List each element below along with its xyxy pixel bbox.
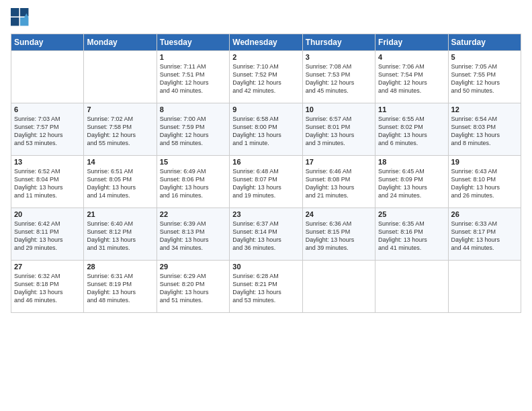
calendar-cell: [448, 261, 521, 313]
logo: [11, 8, 32, 27]
cell-info: Sunrise: 6:33 AM Sunset: 8:17 PM Dayligh…: [451, 220, 518, 253]
day-number: 28: [87, 263, 153, 271]
day-number: 1: [160, 53, 226, 61]
calendar-cell: 22Sunrise: 6:39 AM Sunset: 8:13 PM Dayli…: [157, 208, 229, 261]
cell-info: Sunrise: 6:46 AM Sunset: 8:08 PM Dayligh…: [306, 167, 372, 200]
calendar-cell: 3Sunrise: 7:08 AM Sunset: 7:53 PM Daylig…: [302, 51, 375, 103]
day-header-saturday: Saturday: [448, 34, 521, 51]
calendar-cell: 21Sunrise: 6:40 AM Sunset: 8:12 PM Dayli…: [84, 208, 157, 261]
day-number: 5: [451, 53, 518, 61]
calendar-cell: 5Sunrise: 7:05 AM Sunset: 7:55 PM Daylig…: [448, 51, 521, 103]
calendar-cell: 14Sunrise: 6:51 AM Sunset: 8:05 PM Dayli…: [84, 156, 157, 208]
day-number: 24: [306, 210, 372, 218]
calendar-cell: 13Sunrise: 6:52 AM Sunset: 8:04 PM Dayli…: [11, 156, 84, 208]
calendar-table: SundayMondayTuesdayWednesdayThursdayFrid…: [11, 34, 521, 313]
cell-info: Sunrise: 6:49 AM Sunset: 8:06 PM Dayligh…: [160, 167, 226, 200]
calendar-cell: 10Sunrise: 6:57 AM Sunset: 8:01 PM Dayli…: [302, 103, 375, 156]
cell-info: Sunrise: 6:52 AM Sunset: 8:04 PM Dayligh…: [14, 167, 81, 200]
calendar-cell: 12Sunrise: 6:54 AM Sunset: 8:03 PM Dayli…: [448, 103, 521, 156]
cell-info: Sunrise: 6:37 AM Sunset: 8:14 PM Dayligh…: [232, 220, 299, 253]
cell-info: Sunrise: 6:48 AM Sunset: 8:07 PM Dayligh…: [232, 167, 299, 200]
cell-info: Sunrise: 6:28 AM Sunset: 8:21 PM Dayligh…: [232, 272, 299, 305]
day-number: 26: [451, 210, 518, 218]
cell-info: Sunrise: 6:51 AM Sunset: 8:05 PM Dayligh…: [87, 167, 153, 200]
cell-info: Sunrise: 6:45 AM Sunset: 8:09 PM Dayligh…: [378, 167, 445, 200]
cell-info: Sunrise: 6:32 AM Sunset: 8:18 PM Dayligh…: [14, 272, 81, 305]
calendar-cell: 26Sunrise: 6:33 AM Sunset: 8:17 PM Dayli…: [448, 208, 521, 261]
week-row-1: 1Sunrise: 7:11 AM Sunset: 7:51 PM Daylig…: [11, 51, 521, 103]
cell-info: Sunrise: 6:29 AM Sunset: 8:20 PM Dayligh…: [160, 272, 226, 305]
svg-rect-0: [11, 8, 19, 16]
header: [11, 8, 521, 27]
calendar-cell: 29Sunrise: 6:29 AM Sunset: 8:20 PM Dayli…: [157, 261, 229, 313]
cell-info: Sunrise: 6:54 AM Sunset: 8:03 PM Dayligh…: [451, 115, 518, 148]
day-number: 15: [160, 158, 226, 166]
day-number: 20: [14, 210, 81, 218]
day-number: 14: [87, 158, 153, 166]
calendar-cell: 15Sunrise: 6:49 AM Sunset: 8:06 PM Dayli…: [157, 156, 229, 208]
week-row-3: 13Sunrise: 6:52 AM Sunset: 8:04 PM Dayli…: [11, 156, 521, 208]
calendar-cell: [302, 261, 375, 313]
cell-info: Sunrise: 6:35 AM Sunset: 8:16 PM Dayligh…: [378, 220, 445, 253]
cell-info: Sunrise: 6:43 AM Sunset: 8:10 PM Dayligh…: [451, 167, 518, 200]
calendar-cell: 24Sunrise: 6:36 AM Sunset: 8:15 PM Dayli…: [302, 208, 375, 261]
day-number: 6: [14, 105, 81, 113]
day-header-tuesday: Tuesday: [157, 34, 229, 51]
calendar-cell: 23Sunrise: 6:37 AM Sunset: 8:14 PM Dayli…: [230, 208, 302, 261]
day-number: 2: [232, 53, 299, 61]
calendar-cell: 30Sunrise: 6:28 AM Sunset: 8:21 PM Dayli…: [230, 261, 302, 313]
logo-icon: [11, 8, 30, 27]
calendar-cell: 9Sunrise: 6:58 AM Sunset: 8:00 PM Daylig…: [230, 103, 302, 156]
calendar-cell: 28Sunrise: 6:31 AM Sunset: 8:19 PM Dayli…: [84, 261, 157, 313]
cell-info: Sunrise: 7:11 AM Sunset: 7:51 PM Dayligh…: [160, 62, 226, 95]
calendar-cell: 8Sunrise: 7:00 AM Sunset: 7:59 PM Daylig…: [157, 103, 229, 156]
day-number: 9: [232, 105, 299, 113]
calendar-cell: 18Sunrise: 6:45 AM Sunset: 8:09 PM Dayli…: [375, 156, 448, 208]
calendar-cell: 27Sunrise: 6:32 AM Sunset: 8:18 PM Dayli…: [11, 261, 84, 313]
calendar-cell: 19Sunrise: 6:43 AM Sunset: 8:10 PM Dayli…: [448, 156, 521, 208]
day-number: 23: [232, 210, 299, 218]
day-header-wednesday: Wednesday: [230, 34, 302, 51]
calendar-cell: [84, 51, 157, 103]
calendar-cell: 4Sunrise: 7:06 AM Sunset: 7:54 PM Daylig…: [375, 51, 448, 103]
svg-marker-3: [20, 17, 28, 26]
calendar-cell: 6Sunrise: 7:03 AM Sunset: 7:57 PM Daylig…: [11, 103, 84, 156]
day-number: 27: [14, 263, 81, 271]
day-number: 13: [14, 158, 81, 166]
week-row-2: 6Sunrise: 7:03 AM Sunset: 7:57 PM Daylig…: [11, 103, 521, 156]
calendar-cell: 1Sunrise: 7:11 AM Sunset: 7:51 PM Daylig…: [157, 51, 229, 103]
calendar-cell: 11Sunrise: 6:55 AM Sunset: 8:02 PM Dayli…: [375, 103, 448, 156]
day-header-friday: Friday: [375, 34, 448, 51]
day-number: 29: [160, 263, 226, 271]
svg-rect-2: [11, 17, 19, 26]
day-header-sunday: Sunday: [11, 34, 84, 51]
day-number: 25: [378, 210, 445, 218]
day-header-thursday: Thursday: [302, 34, 375, 51]
cell-info: Sunrise: 6:31 AM Sunset: 8:19 PM Dayligh…: [87, 272, 153, 305]
calendar-cell: 20Sunrise: 6:42 AM Sunset: 8:11 PM Dayli…: [11, 208, 84, 261]
day-number: 17: [306, 158, 372, 166]
week-row-5: 27Sunrise: 6:32 AM Sunset: 8:18 PM Dayli…: [11, 261, 521, 313]
day-number: 16: [232, 158, 299, 166]
day-number: 18: [378, 158, 445, 166]
calendar-cell: [11, 51, 84, 103]
day-number: 8: [160, 105, 226, 113]
cell-info: Sunrise: 6:42 AM Sunset: 8:11 PM Dayligh…: [14, 220, 81, 253]
cell-info: Sunrise: 6:55 AM Sunset: 8:02 PM Dayligh…: [378, 115, 445, 148]
day-number: 19: [451, 158, 518, 166]
calendar-cell: [375, 261, 448, 313]
day-number: 3: [306, 53, 372, 61]
calendar-header-row: SundayMondayTuesdayWednesdayThursdayFrid…: [11, 34, 521, 51]
day-number: 10: [306, 105, 372, 113]
page-container: SundayMondayTuesdayWednesdayThursdayFrid…: [0, 0, 532, 318]
cell-info: Sunrise: 7:06 AM Sunset: 7:54 PM Dayligh…: [378, 62, 445, 95]
calendar-cell: 7Sunrise: 7:02 AM Sunset: 7:58 PM Daylig…: [84, 103, 157, 156]
day-number: 4: [378, 53, 445, 61]
day-number: 7: [87, 105, 153, 113]
day-number: 11: [378, 105, 445, 113]
day-number: 30: [232, 263, 299, 271]
cell-info: Sunrise: 6:58 AM Sunset: 8:00 PM Dayligh…: [232, 115, 299, 148]
cell-info: Sunrise: 6:36 AM Sunset: 8:15 PM Dayligh…: [306, 220, 372, 253]
cell-info: Sunrise: 6:57 AM Sunset: 8:01 PM Dayligh…: [306, 115, 372, 148]
cell-info: Sunrise: 7:00 AM Sunset: 7:59 PM Dayligh…: [160, 115, 226, 148]
